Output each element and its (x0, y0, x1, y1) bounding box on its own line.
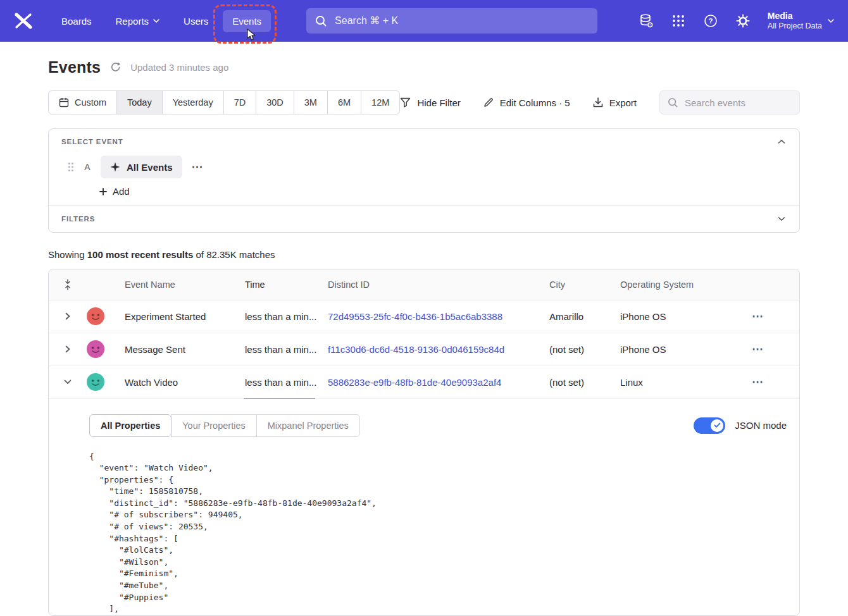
chevron-down-icon (778, 216, 785, 221)
distinct-id-link[interactable]: 72d49553-25fc-4f0c-b436-1b5ac6ab3388 (328, 311, 502, 322)
tab-all-properties[interactable]: All Properties (89, 414, 171, 437)
time-cell: less than a min... (245, 311, 328, 322)
drag-handle-icon[interactable] (68, 162, 74, 172)
expand-filters-button[interactable] (776, 215, 787, 223)
time-cell: less than a min... (245, 344, 328, 355)
search-events-input[interactable] (683, 97, 792, 109)
column-header-os[interactable]: Operating System (620, 280, 747, 290)
apps-grid-icon[interactable] (671, 13, 686, 28)
mixpanel-logo[interactable] (14, 13, 33, 29)
tab-mixpanel-properties[interactable]: Mixpanel Properties (256, 414, 360, 437)
collapse-row-button[interactable] (61, 377, 74, 387)
time-cell: less than a min... (245, 377, 328, 388)
toolbar: Custom Today Yesterday 7D 30D 3M 6M 12M … (48, 90, 800, 114)
date-btn-today[interactable]: Today (116, 90, 163, 114)
nav-item-reports[interactable]: Reports (106, 10, 170, 32)
table-row[interactable]: Message Sent less than a min... f11c30d6… (49, 333, 799, 366)
date-btn-custom-label: Custom (75, 97, 106, 108)
table-row[interactable]: Watch Video less than a min... 5886283e-… (49, 366, 799, 399)
table-row[interactable]: Experiment Started less than a min... 72… (49, 300, 799, 333)
row-detail-panel: All Properties Your Properties Mixpanel … (49, 399, 799, 615)
expand-row-button[interactable] (63, 343, 73, 355)
nav-item-events[interactable]: Events (223, 10, 271, 32)
event-selector-chip[interactable]: All Events (101, 156, 182, 178)
chevron-down-icon (153, 19, 159, 23)
table-header: Event Name Time Distinct ID City Operati… (49, 269, 799, 300)
edit-columns-label: Edit Columns · 5 (500, 97, 570, 108)
refresh-button[interactable] (110, 62, 121, 73)
column-header-event-name[interactable]: Event Name (125, 280, 245, 290)
main-content: Events Updated 3 minutes ago Custom Toda… (0, 58, 848, 616)
search-icon (315, 15, 327, 27)
date-btn-6m[interactable]: 6M (327, 90, 361, 114)
event-selector-label: All Events (127, 162, 173, 173)
distinct-id-link[interactable]: f11c30d6-dc6d-4518-9136-0d046159c84d (328, 344, 504, 355)
collapse-section-button[interactable] (776, 138, 787, 145)
date-btn-3m[interactable]: 3M (294, 90, 328, 114)
global-search-input[interactable] (334, 15, 589, 27)
calendar-icon (59, 97, 69, 108)
column-header-time[interactable]: Time (245, 280, 328, 290)
check-icon (714, 422, 721, 428)
mixpanel-logo-icon (14, 13, 33, 29)
chevron-right-icon (65, 312, 70, 320)
hide-filter-button[interactable]: Hide Filter (400, 97, 460, 108)
json-mode-toggle[interactable] (694, 417, 725, 434)
date-btn-custom[interactable]: Custom (48, 90, 117, 114)
data-management-icon[interactable] (639, 13, 654, 28)
global-search[interactable] (306, 8, 597, 34)
toolbar-right: Hide Filter Edit Columns · 5 Export (400, 90, 800, 114)
event-row-more-button[interactable]: ⋯ (192, 161, 204, 173)
chevron-up-icon (778, 139, 785, 144)
export-button[interactable]: Export (593, 97, 637, 108)
navbar-right-cluster: ? Media All Project D (639, 11, 834, 31)
search-events-box[interactable] (659, 90, 800, 114)
help-icon[interactable]: ? (703, 13, 718, 28)
column-header-distinct-id[interactable]: Distinct ID (328, 280, 549, 290)
expand-row-button[interactable] (63, 310, 73, 323)
collapse-all-rows-button[interactable] (61, 276, 75, 293)
date-btn-7d[interactable]: 7D (223, 90, 257, 114)
city-cell: (not set) (549, 377, 620, 388)
pencil-icon (483, 97, 494, 108)
date-btn-30d[interactable]: 30D (256, 90, 294, 114)
column-header-city[interactable]: City (549, 280, 620, 290)
event-name-cell: Experiment Started (125, 311, 245, 322)
last-updated-text: Updated 3 minutes ago (130, 62, 228, 73)
distinct-id-link[interactable]: 5886283e-e9fb-48fb-81de-40e9093a2af4 (328, 377, 501, 388)
date-btn-yesterday[interactable]: Yesterday (162, 90, 224, 114)
add-event-button[interactable]: Add (99, 186, 130, 197)
events-table: Event Name Time Distinct ID City Operati… (48, 269, 800, 616)
row-more-button[interactable]: ⋯ (752, 343, 764, 355)
toggle-knob (711, 419, 723, 432)
os-cell: iPhone OS (620, 344, 747, 355)
chevron-down-icon (64, 379, 72, 385)
chevron-right-icon (65, 345, 70, 353)
nav-item-users[interactable]: Users (174, 10, 218, 32)
filter-funnel-icon (400, 97, 411, 108)
filters-section[interactable]: FILTERS (49, 206, 799, 232)
tab-your-properties[interactable]: Your Properties (171, 414, 256, 437)
os-cell: Linux (620, 377, 747, 388)
avatar (87, 307, 104, 325)
project-subtitle: All Project Data (768, 22, 822, 31)
os-cell: iPhone OS (620, 311, 747, 322)
nav-item-boards[interactable]: Boards (52, 10, 101, 32)
date-btn-12m[interactable]: 12M (361, 90, 400, 114)
results-summary: Showing 100 most recent results of 82.35… (48, 249, 800, 260)
edit-columns-button[interactable]: Edit Columns · 5 (483, 97, 570, 108)
row-more-button[interactable]: ⋯ (752, 311, 764, 322)
chevron-down-icon (828, 19, 834, 23)
top-navbar: Boards Reports Users Events (0, 0, 848, 42)
properties-tab-group: All Properties Your Properties Mixpanel … (89, 414, 360, 437)
page-header: Events Updated 3 minutes ago (48, 58, 800, 77)
event-query-row: A All Events ⋯ (61, 156, 787, 178)
settings-gear-icon[interactable] (735, 13, 751, 28)
date-range-group: Custom Today Yesterday 7D 30D 3M 6M 12M (48, 90, 400, 114)
add-event-label: Add (113, 186, 130, 197)
export-label: Export (609, 97, 637, 108)
row-more-button[interactable]: ⋯ (752, 376, 764, 388)
project-name: Media (768, 11, 822, 22)
hide-filter-label: Hide Filter (417, 97, 460, 108)
project-switcher[interactable]: Media All Project Data (768, 11, 834, 31)
